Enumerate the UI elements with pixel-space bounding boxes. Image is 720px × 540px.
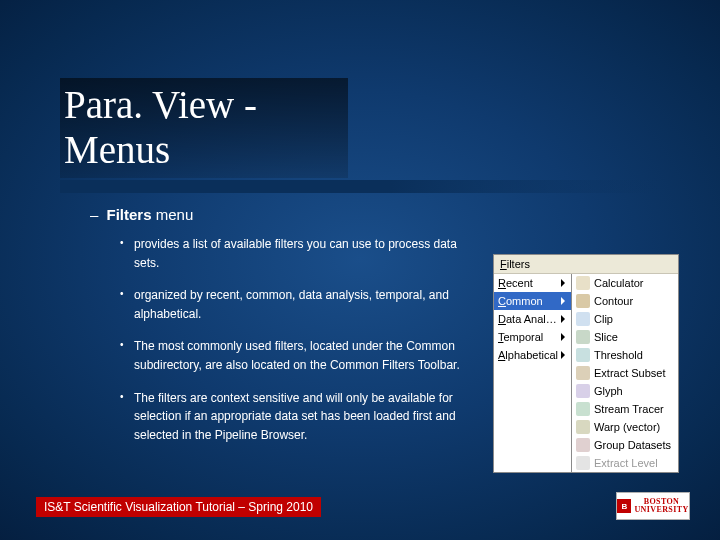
chevron-right-icon [561,297,565,305]
boston-university-logo: B BOSTON UNIVERSITY [616,492,690,520]
filter-item-label: Clip [594,313,613,325]
subhead-dash: – [90,206,98,223]
chevron-right-icon [561,333,565,341]
filter-item[interactable]: Extract Subset [572,364,678,382]
filter-item-label: Contour [594,295,633,307]
bullet-list: provides a list of available filters you… [120,235,480,444]
filter-icon [576,384,590,398]
filter-icon [576,276,590,290]
submenu-item[interactable]: Alphabetical [494,346,571,364]
menu-header-label: Filters [500,258,530,270]
filter-item-label: Glyph [594,385,623,397]
filter-item-label: Calculator [594,277,644,289]
filter-item-label: Stream Tracer [594,403,664,415]
chevron-right-icon [561,315,565,323]
submenu-item-label: Recent [498,277,561,289]
submenu-item-label: Temporal [498,331,561,343]
bullet-item: organized by recent, common, data analys… [120,286,480,323]
filter-item-label: Slice [594,331,618,343]
filter-item-label: Group Datasets [594,439,671,451]
slide-title: Para. View - Menus [60,78,348,178]
filter-item-label: Warp (vector) [594,421,660,433]
submenu-item[interactable]: Temporal [494,328,571,346]
submenu-item-label: Common [498,295,561,307]
submenu-item-label: Data Analysis [498,313,561,325]
filter-icon [576,348,590,362]
chevron-right-icon [561,351,565,359]
filter-item-label: Extract Level [594,457,658,469]
bullet-item: The most commonly used filters, located … [120,337,480,374]
filters-menu-screenshot: Filters RecentCommonData AnalysisTempora… [493,254,679,473]
filter-icon [576,294,590,308]
submenu-item[interactable]: Data Analysis [494,310,571,328]
filter-icon [576,312,590,326]
filter-item[interactable]: Warp (vector) [572,418,678,436]
menu-right-column: CalculatorContourClipSliceThresholdExtra… [572,274,678,472]
subhead: – Filters menu [90,206,480,223]
chevron-right-icon [561,279,565,287]
bullet-item: provides a list of available filters you… [120,235,480,272]
footer-bar: IS&T Scientific Visualization Tutorial –… [36,497,321,517]
filter-item-label: Extract Subset [594,367,666,379]
filter-item[interactable]: Contour [572,292,678,310]
filter-item[interactable]: Calculator [572,274,678,292]
filter-icon [576,330,590,344]
subhead-bold: Filters [107,206,152,223]
filter-item[interactable]: Clip [572,310,678,328]
filter-icon [576,366,590,380]
submenu-item[interactable]: Common [494,292,571,310]
subhead-rest: menu [152,206,194,223]
filter-item[interactable]: Glyph [572,382,678,400]
logo-text: BOSTON UNIVERSITY [634,498,688,515]
menu-left-column: RecentCommonData AnalysisTemporalAlphabe… [494,274,572,472]
filter-icon [576,402,590,416]
filter-icon [576,456,590,470]
filter-icon [576,420,590,434]
filter-icon [576,438,590,452]
content-block: – Filters menu provides a list of availa… [90,206,480,458]
logo-square-icon: B [617,499,631,513]
filter-item[interactable]: Threshold [572,346,678,364]
filter-item[interactable]: Group Datasets [572,436,678,454]
menu-header[interactable]: Filters [494,255,678,274]
bullet-item: The filters are context sensitive and wi… [120,389,480,445]
filter-item[interactable]: Slice [572,328,678,346]
title-underline [60,180,660,193]
filter-item-label: Threshold [594,349,643,361]
submenu-item[interactable]: Recent [494,274,571,292]
submenu-item-label: Alphabetical [498,349,561,361]
filter-item[interactable]: Stream Tracer [572,400,678,418]
filter-item: Extract Level [572,454,678,472]
